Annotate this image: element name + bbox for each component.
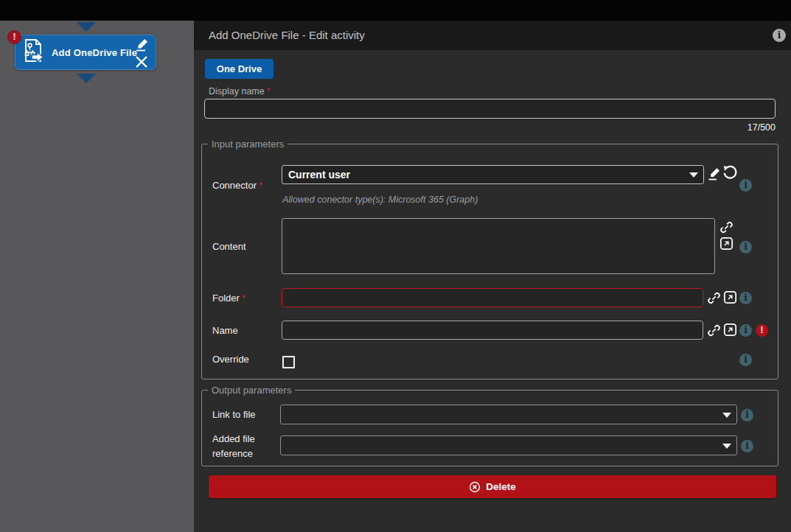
required-asterisk: * — [240, 293, 245, 304]
node-actions — [132, 38, 151, 69]
character-counter: 17/500 — [748, 122, 776, 133]
node-delete-x-icon[interactable] — [134, 55, 149, 69]
panel-title: Add OneDrive File - Edit activity — [209, 21, 365, 50]
folder-label: Folder* — [212, 293, 245, 304]
content-link-variable-icon[interactable] — [719, 220, 734, 235]
tab-one-drive[interactable]: One Drive — [205, 59, 273, 79]
content-open-expanded-editor-icon[interactable] — [719, 236, 734, 251]
app-window: ! Add OneDrive File — [0, 0, 791, 532]
content-info-icon[interactable]: i — [739, 241, 752, 253]
link-to-file-label: Link to file — [212, 409, 256, 420]
name-input[interactable] — [282, 321, 703, 340]
connector-edit-pencil-icon[interactable] — [706, 167, 721, 182]
connector-helper-text: Allowed conector type(s): Microsoft 365 … — [282, 195, 478, 205]
name-open-expanded-editor-icon[interactable] — [722, 322, 738, 337]
node-edit-pencil-icon[interactable] — [133, 38, 150, 52]
content-label: Content — [212, 241, 246, 252]
name-link-variable-icon[interactable] — [706, 323, 722, 338]
output-parameters-legend: Output parameters — [208, 385, 295, 396]
folder-input[interactable] — [282, 288, 703, 307]
link-to-file-select[interactable] — [280, 405, 737, 424]
override-checkbox[interactable] — [282, 356, 295, 368]
input-parameters-legend: Input parameters — [208, 139, 288, 150]
display-name-input[interactable]: Add OneDrive File — [204, 99, 776, 119]
panel-header: Add OneDrive File - Edit activity i — [194, 21, 791, 50]
edit-activity-panel: Add OneDrive File - Edit activity i One … — [194, 21, 791, 532]
link-to-file-info-icon[interactable]: i — [741, 409, 753, 421]
connector-selected-value: Current user — [288, 166, 350, 183]
chevron-down-icon — [722, 413, 731, 418]
name-label: Name — [212, 325, 238, 336]
chevron-down-icon — [689, 172, 698, 178]
name-info-icon[interactable]: i — [739, 324, 752, 337]
added-file-reference-select[interactable] — [280, 435, 737, 455]
connector-info-icon[interactable]: i — [739, 179, 752, 192]
delete-activity-button[interactable]: Delete — [209, 475, 776, 498]
added-file-reference-label: Added file reference — [212, 432, 273, 461]
content-textarea[interactable] — [282, 218, 715, 274]
required-asterisk: * — [265, 86, 271, 97]
node-error-badge-icon: ! — [7, 30, 21, 44]
workflow-canvas[interactable]: ! Add OneDrive File — [0, 21, 194, 532]
display-name-label: Display name* — [209, 86, 271, 97]
required-asterisk: * — [257, 180, 262, 191]
name-error-icon: ! — [756, 324, 768, 337]
folder-open-picker-icon[interactable] — [722, 290, 738, 305]
override-info-icon[interactable]: i — [739, 354, 752, 366]
flow-connector-arrow-top — [77, 22, 96, 32]
connector-select[interactable]: Current user — [282, 165, 704, 184]
delete-circle-x-icon — [469, 481, 481, 493]
window-top-bar — [0, 0, 791, 21]
panel-info-icon[interactable]: i — [773, 29, 786, 42]
connector-label: Connector* — [212, 180, 262, 191]
workflow-node-add-onedrive-file[interactable]: ! Add OneDrive File — [15, 35, 156, 70]
folder-info-icon[interactable]: i — [739, 292, 752, 304]
chevron-down-icon — [722, 444, 731, 449]
onedrive-file-activity-icon — [22, 38, 44, 66]
override-label: Override — [212, 354, 249, 365]
folder-link-variable-icon[interactable] — [706, 290, 722, 306]
added-file-reference-info-icon[interactable]: i — [741, 440, 753, 452]
connector-refresh-icon[interactable] — [722, 164, 738, 181]
delete-button-label: Delete — [486, 481, 516, 492]
flow-connector-arrow-bottom — [77, 74, 96, 83]
